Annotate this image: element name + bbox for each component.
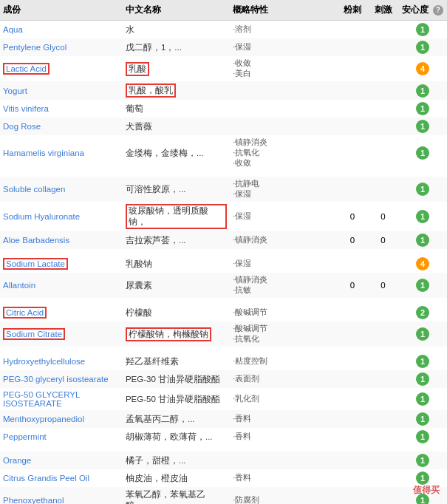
- ingredient-name[interactable]: Phenoxyethanol: [0, 487, 123, 504]
- safety-score: 1: [416, 210, 429, 223]
- ingredient-name[interactable]: Pentylene Glycol: [0, 38, 123, 56]
- chinese-name: 可溶性胶原，...: [123, 177, 230, 202]
- safety-badge: 1: [398, 231, 447, 251]
- powder-value: [337, 118, 367, 135]
- safety-badge: 1: [398, 100, 447, 118]
- header-powder: 粉刺: [337, 0, 367, 21]
- ingredient-name[interactable]: Dog Rose: [0, 118, 123, 135]
- properties: ·乳化剂: [230, 388, 337, 410]
- safety-score: 1: [416, 412, 429, 426]
- properties: ·酸碱调节·抗氧化: [230, 321, 337, 348]
- header-safety: 安心度 ?: [398, 0, 447, 21]
- chinese-highlight: 玻尿酸钠，透明质酸钠，: [126, 204, 227, 229]
- ingredient-name[interactable]: Hydroxyethylcellulose: [0, 353, 123, 370]
- property-tag: ·抗敏: [233, 285, 251, 296]
- irritant-value: [368, 100, 398, 118]
- chinese-name: 胡椒薄荷，欧薄荷，...: [123, 428, 230, 447]
- safety-score: 1: [416, 454, 429, 467]
- ingredient-name[interactable]: Soluble collagen: [0, 177, 123, 202]
- table-row: Orange橘子，甜橙，...1: [0, 452, 447, 469]
- chinese-highlight: 乳酸，酸乳: [126, 84, 176, 98]
- table-row: Peppermint胡椒薄荷，欧薄荷，...·香料1: [0, 428, 447, 447]
- ingredient-name[interactable]: PEG-50 GLYCERYL ISOSTEARATE: [0, 388, 123, 410]
- ingredient-name[interactable]: Sodium Hyaluronate: [0, 202, 123, 231]
- chinese-name: PEG-30 甘油异硬脂酸酯: [123, 370, 230, 388]
- ingredient-name[interactable]: Lactic Acid: [0, 56, 123, 81]
- table-row: Citric Acid柠檬酸·酸碱调节2: [0, 304, 447, 321]
- ingredient-highlight: Lactic Acid: [3, 63, 50, 75]
- chinese-name: 孟氧基丙二醇，...: [123, 410, 230, 428]
- header-irritant: 刺激: [368, 0, 398, 21]
- chinese-highlight: 乳酸: [126, 62, 149, 76]
- help-icon[interactable]: ?: [433, 5, 443, 16]
- powder-value: [337, 81, 367, 100]
- table-row: Vitis vinifera葡萄1: [0, 100, 447, 118]
- irritant-value: [368, 135, 398, 172]
- powder-value: [337, 177, 367, 202]
- property-tag: ·保湿: [233, 259, 251, 269]
- ingredient-name[interactable]: Allantoin: [0, 273, 123, 299]
- ingredient-name[interactable]: PEG-30 glyceryl isostearate: [0, 370, 123, 388]
- chinese-name: 乳酸: [123, 56, 230, 81]
- table-row: Sodium Lactate乳酸钠·保湿4: [0, 255, 447, 273]
- property-tag: ·酸碱调节: [233, 307, 267, 318]
- property-tag: ·乳化剂: [233, 394, 259, 404]
- safety-score: 1: [416, 279, 429, 292]
- irritant-value: [368, 255, 398, 273]
- properties: [230, 118, 337, 135]
- property-tag: ·收敛: [233, 58, 251, 69]
- table-row: Aloe Barbadensis吉拉索芦荟，...·镇静消炎001: [0, 231, 447, 251]
- safety-badge: 4: [398, 255, 447, 273]
- ingredient-name[interactable]: Hamamelis virginiana: [0, 135, 123, 172]
- ingredient-name[interactable]: Menthoxypropanediol: [0, 410, 123, 428]
- powder-value: [337, 353, 367, 370]
- properties: ·收敛·美白: [230, 56, 337, 81]
- irritant-value: [368, 118, 398, 135]
- powder-value: [337, 321, 367, 348]
- irritant-value: [368, 38, 398, 56]
- powder-value: [337, 487, 367, 504]
- property-tag: ·溶剂: [233, 24, 251, 35]
- ingredient-name[interactable]: Sodium Lactate: [0, 255, 123, 273]
- safety-badge: 1: [398, 273, 447, 299]
- properties: [230, 100, 337, 118]
- irritant-value: [368, 304, 398, 321]
- table-row: Hydroxyethylcellulose羟乙基纤维素·粘度控制1: [0, 353, 447, 370]
- properties: ·酸碱调节: [230, 304, 337, 321]
- powder-value: [337, 428, 367, 447]
- powder-value: [337, 410, 367, 428]
- properties: ·防腐剂: [230, 487, 337, 504]
- property-tag: ·抗氧化: [233, 148, 259, 158]
- powder-value: [337, 370, 367, 388]
- ingredient-name[interactable]: Orange: [0, 452, 123, 469]
- property-tag: ·镇静消炎: [233, 235, 267, 245]
- chinese-highlight: 柠檬酸钠，枸橼酸钠: [126, 327, 211, 341]
- safety-score: 1: [416, 372, 429, 386]
- irritant-value: [368, 410, 398, 428]
- ingredient-name[interactable]: Citric Acid: [0, 304, 123, 321]
- ingredient-name[interactable]: Citrus Grandis Peel Oil: [0, 469, 123, 487]
- ingredient-name[interactable]: Sodium Citrate: [0, 321, 123, 348]
- table-row: Allantoin尿囊素·镇静消炎·抗敏001: [0, 273, 447, 299]
- table-row: Menthoxypropanediol孟氧基丙二醇，...·香料1: [0, 410, 447, 428]
- property-tag: ·抗静电: [233, 179, 259, 189]
- properties: ·保湿: [230, 255, 337, 273]
- properties: ·镇静消炎: [230, 231, 337, 251]
- ingredient-name[interactable]: Peppermint: [0, 428, 123, 447]
- ingredient-name[interactable]: Aqua: [0, 21, 123, 39]
- table-row: Soluble collagen可溶性胶原，...·抗静电·保湿1: [0, 177, 447, 202]
- property-tag: ·香料: [233, 414, 251, 424]
- table-row: Sodium Hyaluronate玻尿酸钠，透明质酸钠，·保湿001: [0, 202, 447, 231]
- safety-badge: 1: [398, 135, 447, 172]
- table-row: Aqua水·溶剂1: [0, 21, 447, 39]
- property-tag: ·抗氧化: [233, 334, 259, 344]
- chinese-name: 羟乙基纤维素: [123, 353, 230, 370]
- ingredient-name[interactable]: Aloe Barbadensis: [0, 231, 123, 251]
- irritant-value: [368, 469, 398, 487]
- table-row: Hamamelis virginiana金缕梅，金缕梅，...·镇静消炎·抗氧化…: [0, 135, 447, 172]
- ingredient-name[interactable]: Yogurt: [0, 81, 123, 100]
- property-tag: ·美白: [233, 69, 251, 79]
- ingredient-name[interactable]: Vitis vinifera: [0, 100, 123, 118]
- watermark: 值得买: [413, 484, 440, 497]
- header-chinese: 中文名称: [123, 0, 230, 21]
